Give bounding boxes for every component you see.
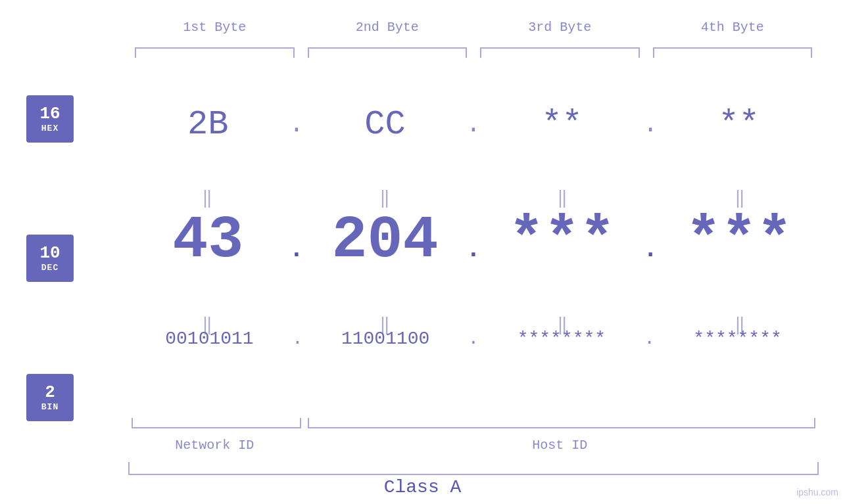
hex-byte-3: **: [482, 105, 641, 144]
hex-badge-label: HEX: [41, 124, 59, 133]
bracket-2: [308, 47, 468, 58]
dec-byte-1: 43: [128, 207, 287, 274]
base-badges: 16 HEX 10 DEC 2 BIN: [26, 95, 74, 421]
eq1-3: ‖: [483, 187, 641, 208]
dec-badge-num: 10: [39, 244, 60, 263]
hex-badge: 16 HEX: [26, 95, 74, 143]
dot-dec-1: .: [287, 235, 305, 263]
dec-byte-4: ***: [660, 207, 819, 274]
hex-byte-1: 2B: [128, 105, 287, 144]
host-id-label: Host ID: [301, 438, 819, 453]
class-label: Class A: [0, 477, 845, 497]
id-brackets: [128, 418, 819, 428]
dot-hex-3: .: [642, 110, 660, 139]
hex-byte-4: **: [660, 105, 819, 144]
byte-header-4: 4th Byte: [646, 20, 819, 35]
bin-badge-label: BIN: [41, 402, 59, 412]
hex-byte-2: CC: [305, 105, 464, 144]
equals-row-1: ‖ ‖ ‖ ‖: [128, 187, 819, 208]
dot-bin-3: .: [642, 329, 656, 349]
hex-badge-num: 16: [39, 104, 60, 124]
dot-dec-2: .: [465, 235, 483, 263]
bin-byte-4: ********: [656, 329, 819, 349]
bin-badge: 2 BIN: [26, 374, 74, 421]
dec-byte-3: ***: [482, 207, 641, 274]
bracket-3: [480, 47, 640, 58]
eq1-4: ‖: [661, 187, 819, 208]
header-brackets: [128, 47, 819, 58]
network-id-label: Network ID: [128, 438, 301, 453]
class-bracket: [128, 462, 819, 475]
hex-row: 2B . CC . ** . **: [128, 105, 819, 144]
id-labels: Network ID Host ID: [128, 438, 819, 453]
bin-byte-2: 11001100: [304, 329, 467, 349]
byte-header-1: 1st Byte: [128, 20, 301, 35]
dec-byte-2: 204: [305, 207, 464, 274]
dot-bin-2: .: [467, 329, 481, 349]
bin-badge-num: 2: [45, 383, 55, 402]
dot-hex-1: .: [287, 110, 305, 139]
dec-badge-label: DEC: [41, 263, 59, 273]
watermark: ipshu.com: [796, 487, 838, 497]
byte-headers: 1st Byte 2nd Byte 3rd Byte 4th Byte: [128, 20, 819, 35]
bracket-1: [135, 47, 295, 58]
eq1-1: ‖: [128, 187, 286, 208]
dot-hex-2: .: [465, 110, 483, 139]
host-bracket: [308, 418, 815, 428]
bin-byte-1: 00101011: [128, 329, 291, 349]
dot-bin-1: .: [291, 329, 304, 349]
dec-badge: 10 DEC: [26, 235, 74, 282]
dot-dec-3: .: [642, 235, 660, 263]
bin-row: 00101011 . 11001100 . ******** . *******…: [128, 329, 819, 349]
main-container: 1st Byte 2nd Byte 3rd Byte 4th Byte 16 H…: [0, 0, 845, 504]
dec-row: 43 . 204 . *** . ***: [128, 207, 819, 274]
bracket-4: [653, 47, 813, 58]
network-bracket: [132, 418, 301, 428]
byte-header-2: 2nd Byte: [301, 20, 474, 35]
byte-header-3: 3rd Byte: [473, 20, 646, 35]
bin-byte-3: ********: [480, 329, 642, 349]
eq1-2: ‖: [306, 187, 464, 208]
